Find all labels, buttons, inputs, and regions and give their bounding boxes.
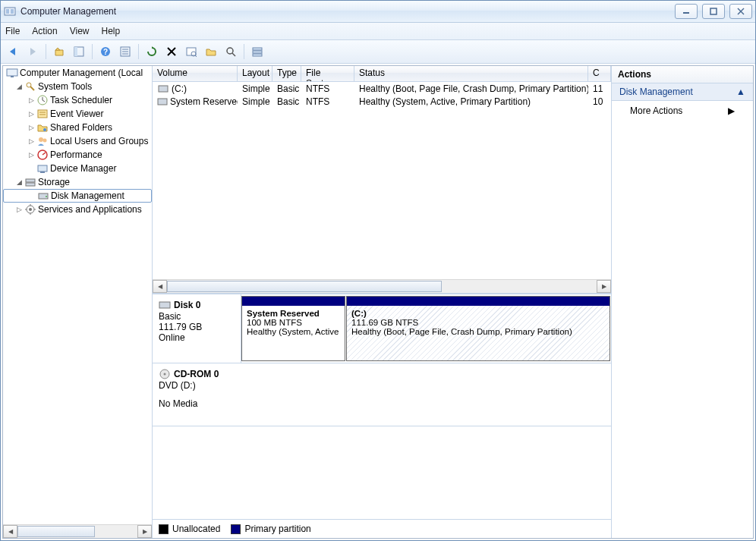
actions-section[interactable]: Disk Management ▲ <box>612 83 753 101</box>
disk-row[interactable]: CD-ROM 0 DVD (D:) No Media <box>153 363 611 426</box>
tree-label: Local Users and Groups <box>50 136 148 146</box>
cell: (C:) <box>172 83 187 94</box>
col-fs[interactable]: File System <box>301 66 354 81</box>
content-area: Computer Management (Local ◢ System Tool… <box>2 65 754 539</box>
svg-rect-43 <box>159 86 168 92</box>
tree-device-manager[interactable]: Device Manager <box>3 162 152 175</box>
actions-header: Actions <box>612 66 753 83</box>
toolbar-sep <box>46 44 46 59</box>
svg-rect-4 <box>710 8 717 14</box>
svg-rect-28 <box>38 110 47 118</box>
tree-scrollbar[interactable]: ◀ ▶ <box>3 524 152 538</box>
legend-label: Unallocated <box>172 524 220 534</box>
partition-c[interactable]: (C:) 111.69 GB NTFS Healthy (Boot, Page … <box>346 296 610 361</box>
expand-icon[interactable]: ▷ <box>15 206 23 213</box>
svg-point-47 <box>164 373 166 376</box>
tree-local-users[interactable]: ▷Local Users and Groups <box>3 134 152 148</box>
scroll-left-button[interactable]: ◀ <box>3 525 17 538</box>
find-button[interactable] <box>222 42 240 61</box>
close-button[interactable] <box>729 4 752 19</box>
partition-size: 111.69 GB NTFS <box>351 318 418 327</box>
computer-icon <box>6 67 18 79</box>
partition-body: System Reserved 100 MB NTFS Healthy (Sys… <box>242 306 345 360</box>
up-button[interactable] <box>50 42 68 61</box>
toolbar-sep <box>138 44 139 59</box>
minimize-button[interactable] <box>675 4 698 19</box>
cell: Healthy (System, Active, Primary Partiti… <box>354 96 588 107</box>
refresh-button[interactable] <box>143 42 161 61</box>
collapse-icon[interactable]: ◢ <box>15 178 23 186</box>
volume-row[interactable]: (C:) Simple Basic NTFS Healthy (Boot, Pa… <box>153 82 611 95</box>
tree-task-scheduler[interactable]: ▷Task Scheduler <box>3 93 152 107</box>
svg-point-19 <box>227 48 233 54</box>
scroll-track[interactable] <box>167 281 597 292</box>
svg-point-31 <box>43 128 46 131</box>
cell: Simple <box>238 83 272 94</box>
col-layout[interactable]: Layout <box>238 66 272 81</box>
svg-text:?: ? <box>103 48 108 56</box>
expand-icon[interactable]: ▷ <box>27 137 35 145</box>
open-button[interactable] <box>202 42 220 61</box>
chevron-right-icon: ▶ <box>728 105 735 116</box>
grid-scrollbar[interactable]: ◀ ▶ <box>153 279 611 293</box>
col-status[interactable]: Status <box>354 66 588 81</box>
disk-graphical-view: Disk 0 Basic 111.79 GB Online System Res… <box>153 293 611 538</box>
help-button[interactable]: ? <box>96 42 115 61</box>
toolbar-sep <box>244 44 244 59</box>
expand-icon[interactable]: ▷ <box>27 110 35 118</box>
disk-icon <box>37 190 49 202</box>
menubar: File Action View Help <box>1 23 755 40</box>
scroll-thumb[interactable] <box>17 526 95 537</box>
delete-button[interactable] <box>162 42 181 61</box>
scroll-thumb[interactable] <box>167 281 442 292</box>
tree-event-viewer[interactable]: ▷Event Viewer <box>3 107 152 121</box>
tree-shared-folders[interactable]: ▷Shared Folders <box>3 121 152 134</box>
menu-action[interactable]: Action <box>32 26 57 36</box>
expand-icon[interactable]: ▷ <box>27 151 35 159</box>
expand-icon[interactable]: ▷ <box>27 96 35 104</box>
expand-icon[interactable]: ▷ <box>27 124 35 131</box>
tree-performance[interactable]: ▷Performance <box>3 148 152 162</box>
svg-point-40 <box>46 196 47 197</box>
tree-services[interactable]: ▷ Services and Applications <box>3 203 152 216</box>
partition-title: (C:) <box>351 309 367 318</box>
col-volume[interactable]: Volume <box>153 66 238 81</box>
collapse-icon[interactable]: ◢ <box>15 83 23 90</box>
partition-system-reserved[interactable]: System Reserved 100 MB NTFS Healthy (Sys… <box>241 296 345 361</box>
actions-section-label: Disk Management <box>619 86 693 97</box>
list-button[interactable] <box>248 42 266 61</box>
svg-point-42 <box>29 208 32 211</box>
volume-row[interactable]: System Reserved Simple Basic NTFS Health… <box>153 95 611 108</box>
svg-rect-35 <box>38 165 47 171</box>
scroll-left-button[interactable]: ◀ <box>153 280 167 293</box>
back-button[interactable] <box>4 42 22 61</box>
tree-disk-management[interactable]: Disk Management <box>3 189 152 203</box>
properties-button[interactable] <box>116 42 134 61</box>
menu-view[interactable]: View <box>70 26 90 36</box>
forward-button[interactable] <box>24 42 42 61</box>
main-panel: Volume Layout Type File System Status C … <box>153 66 612 538</box>
spacer <box>159 391 605 398</box>
tree-root[interactable]: Computer Management (Local <box>3 66 152 80</box>
folder-share-icon <box>36 121 49 134</box>
scroll-right-button[interactable]: ▶ <box>597 280 611 293</box>
scroll-right-button[interactable]: ▶ <box>137 525 152 538</box>
col-type[interactable]: Type <box>272 66 301 81</box>
tree-storage[interactable]: ◢ Storage <box>3 175 152 189</box>
menu-help[interactable]: Help <box>102 26 121 36</box>
legend: Unallocated Primary partition <box>153 519 611 538</box>
col-c[interactable]: C <box>588 66 611 81</box>
maximize-button[interactable] <box>702 4 725 19</box>
tree-system-tools[interactable]: ◢ System Tools <box>3 80 152 93</box>
tree-label: Services and Applications <box>38 204 142 215</box>
menu-file[interactable]: File <box>5 26 20 36</box>
swatch-black <box>159 524 169 534</box>
show-hide-tree-button[interactable] <box>70 42 88 61</box>
disk-title: Disk 0 <box>174 300 200 310</box>
tree-label: Shared Folders <box>50 122 112 133</box>
settings-button[interactable] <box>182 42 200 61</box>
disk-row[interactable]: Disk 0 Basic 111.79 GB Online System Res… <box>153 294 611 363</box>
scroll-track[interactable] <box>17 526 137 537</box>
actions-more[interactable]: More Actions ▶ <box>612 101 753 121</box>
actions-item-label: More Actions <box>630 105 682 116</box>
